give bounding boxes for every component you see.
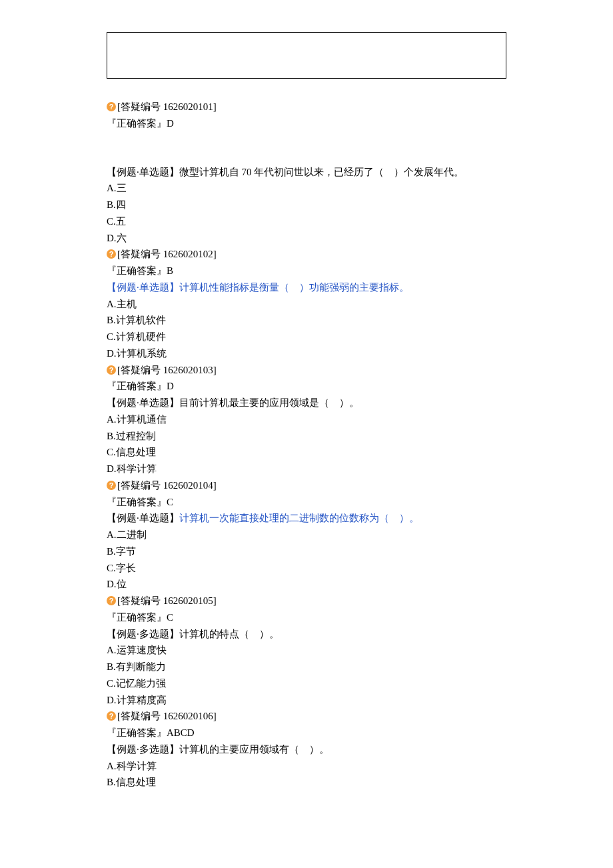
option-d: D.科学计算	[107, 461, 533, 477]
ref-label: [答疑编号 1626020102]	[117, 249, 217, 259]
ref-line: ?[答疑编号 1626020104]	[107, 477, 533, 494]
ref-label: [答疑编号 1626020101]	[117, 101, 217, 112]
question-stem: 【例题·单选题】微型计算机自 70 年代初问世以来，已经历了（ ）个发展年代。	[107, 164, 533, 181]
option-a: A.运算速度快	[107, 642, 533, 659]
ref-line: ?[答疑编号 1626020106]	[107, 708, 533, 725]
option-b: B.信息处理	[107, 774, 533, 791]
option-d: D.计算精度高	[107, 692, 533, 709]
empty-box	[107, 32, 506, 79]
ref-label: [答疑编号 1626020105]	[117, 595, 217, 606]
ref-label: [答疑编号 1626020104]	[117, 480, 217, 491]
option-b: B.计算机软件	[107, 312, 533, 329]
blank-spacer	[107, 132, 533, 148]
question-stem: 【例题·多选题】计算机的主要应用领域有（ ）。	[107, 741, 533, 758]
question-stem: 【例题·单选题】计算机一次能直接处理的二进制数的位数称为（ ）。	[107, 510, 533, 527]
blank-spacer	[107, 148, 533, 164]
ref-label: [答疑编号 1626020106]	[117, 711, 217, 721]
question-stem: 【例题·单选题】计算机性能指标是衡量（ ）功能强弱的主要指标。	[107, 279, 533, 296]
option-a: A.主机	[107, 296, 533, 313]
ref-line: ?[答疑编号 1626020102]	[107, 246, 533, 263]
answer-line: 『正确答案』C	[107, 609, 533, 626]
answer-line: 『正确答案』D	[107, 378, 533, 395]
question-mark-icon: ?	[107, 711, 116, 721]
stem-blue-text: 计算机一次能直接处理的二进制数的位数称为（ ）。	[179, 513, 419, 523]
option-d: D.位	[107, 576, 533, 593]
question-stem: 【例题·多选题】计算机的特点（ ）。	[107, 626, 533, 643]
option-b: B.过程控制	[107, 428, 533, 445]
answer-line: 『正确答案』C	[107, 494, 533, 511]
option-b: B.有判断能力	[107, 659, 533, 675]
option-c: C.字长	[107, 560, 533, 577]
ref-line: ?[答疑编号 1626020101]	[107, 99, 533, 115]
option-a: A.计算机通信	[107, 411, 533, 428]
option-a: A.科学计算	[107, 758, 533, 775]
question-mark-icon: ?	[107, 596, 116, 605]
option-c: C.计算机硬件	[107, 329, 533, 345]
ref-label: [答疑编号 1626020103]	[117, 365, 217, 375]
question-mark-icon: ?	[107, 249, 116, 259]
ref-line: ?[答疑编号 1626020105]	[107, 593, 533, 609]
document-content: ?[答疑编号 1626020101] 『正确答案』D 【例题·单选题】微型计算机…	[40, 99, 573, 791]
question-mark-icon: ?	[107, 102, 116, 111]
ref-line: ?[答疑编号 1626020103]	[107, 362, 533, 379]
question-mark-icon: ?	[107, 481, 116, 490]
option-b: B.字节	[107, 543, 533, 560]
option-b: B.四	[107, 197, 533, 213]
option-d: D.计算机系统	[107, 345, 533, 362]
option-a: A.二进制	[107, 527, 533, 543]
answer-line: 『正确答案』D	[107, 115, 533, 132]
option-c: C.记忆能力强	[107, 675, 533, 692]
question-stem: 【例题·单选题】目前计算机最主要的应用领域是（ ）。	[107, 395, 533, 411]
option-c: C.五	[107, 213, 533, 230]
stem-prefix: 【例题·单选题】	[107, 513, 179, 523]
option-a: A.三	[107, 180, 533, 197]
option-c: C.信息处理	[107, 444, 533, 461]
answer-line: 『正确答案』ABCD	[107, 725, 533, 741]
question-mark-icon: ?	[107, 365, 116, 375]
answer-line: 『正确答案』B	[107, 263, 533, 279]
option-d: D.六	[107, 230, 533, 247]
